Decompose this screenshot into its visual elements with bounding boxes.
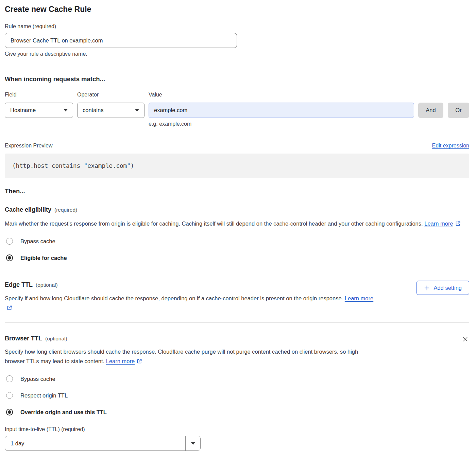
radio-option-bypass-cache-browser[interactable]: Bypass cache — [5, 375, 469, 383]
section-divider — [5, 322, 469, 323]
ttl-input-label: Input time-to-live (TTL) (required) — [5, 426, 469, 432]
edge-ttl-learn-more-link[interactable]: Learn more — [345, 295, 373, 301]
section-divider — [5, 63, 469, 63]
section-divider — [5, 269, 469, 269]
ttl-select-value: 1 day — [5, 436, 185, 450]
external-link-icon — [455, 219, 461, 229]
cache-eligibility-heading: Cache eligibility — [5, 206, 51, 213]
expression-code-block: (http.host contains "example.com") — [5, 154, 469, 178]
cache-eligibility-learn-more-link[interactable]: Learn more — [424, 220, 453, 227]
browser-ttl-heading: Browser TTL — [5, 335, 42, 342]
remove-browser-ttl-button[interactable] — [461, 335, 469, 343]
edit-expression-link[interactable]: Edit expression — [432, 143, 469, 149]
rule-name-helper: Give your rule a descriptive name. — [5, 51, 469, 57]
ttl-select[interactable]: 1 day — [5, 436, 201, 451]
browser-ttl-qualifier: (optional) — [45, 336, 67, 341]
match-heading: When incoming requests match... — [5, 75, 469, 83]
radio-selected-icon[interactable] — [6, 409, 13, 415]
rule-name-input[interactable] — [5, 33, 237, 48]
chevron-down-icon — [64, 109, 68, 111]
ttl-select-arrow-button[interactable] — [185, 436, 200, 450]
browser-ttl-learn-more-link[interactable]: Learn more — [106, 358, 135, 364]
browser-ttl-description-text: Specify how long client browsers should … — [5, 349, 358, 364]
radio-option-eligible-for-cache[interactable]: Eligible for cache — [5, 254, 469, 262]
plus-icon — [424, 285, 430, 291]
edge-ttl-description: Specify if and how long Cloudflare shoul… — [5, 294, 380, 313]
operator-select[interactable]: contains — [77, 103, 144, 118]
radio-option-label: Override origin and use this TTL — [20, 408, 107, 416]
chevron-down-icon — [191, 442, 195, 445]
add-setting-label: Add setting — [434, 285, 462, 291]
edge-ttl-heading: Edge TTL — [5, 281, 33, 288]
operator-select-value: contains — [83, 107, 103, 113]
field-select[interactable]: Hostname — [5, 103, 73, 118]
chevron-down-icon — [135, 109, 139, 111]
radio-option-bypass-cache[interactable]: Bypass cache — [5, 237, 469, 245]
rule-name-label: Rule name (required) — [5, 23, 469, 30]
radio-option-label: Eligible for cache — [20, 254, 67, 262]
cache-eligibility-section: Cache eligibility(required) Mark whether… — [5, 206, 469, 262]
operator-label: Operator — [77, 91, 144, 98]
radio-option-label: Bypass cache — [20, 375, 55, 383]
create-cache-rule-form: Create new Cache Rule Rule name (require… — [0, 0, 476, 457]
value-input[interactable] — [149, 103, 414, 118]
match-condition-row: Field Hostname Operator contains Value e… — [5, 91, 469, 127]
radio-selected-icon[interactable] — [6, 254, 13, 261]
expression-preview-label: Expression Preview — [5, 142, 53, 149]
edge-ttl-description-text: Specify if and how long Cloudflare shoul… — [5, 295, 345, 301]
edge-ttl-qualifier: (optional) — [36, 282, 58, 288]
value-label: Value — [149, 91, 414, 98]
radio-option-label: Respect origin TTL — [20, 392, 68, 399]
then-heading: Then... — [5, 188, 469, 195]
browser-ttl-section: Browser TTL(optional) Specify how long c… — [5, 335, 469, 451]
radio-option-respect-origin-ttl[interactable]: Respect origin TTL — [5, 392, 469, 399]
value-helper: e.g. example.com — [149, 121, 414, 127]
external-link-icon — [7, 304, 12, 313]
edge-ttl-section: Edge TTL(optional) Add setting Specify i… — [5, 281, 469, 313]
add-setting-button[interactable]: Add setting — [417, 281, 469, 295]
radio-option-override-origin-ttl[interactable]: Override origin and use this TTL — [5, 408, 469, 416]
and-button[interactable]: And — [418, 103, 443, 118]
browser-ttl-description: Specify how long client browsers should … — [5, 347, 376, 367]
cache-eligibility-qualifier: (required) — [54, 207, 77, 213]
cache-eligibility-description-text: Mark whether the request’s response from… — [5, 220, 424, 227]
radio-icon[interactable] — [6, 392, 13, 399]
radio-icon[interactable] — [6, 375, 13, 382]
radio-option-label: Bypass cache — [20, 237, 55, 245]
close-icon — [462, 336, 469, 342]
expression-header: Expression Preview Edit expression — [5, 142, 469, 149]
radio-icon[interactable] — [6, 238, 13, 245]
cache-eligibility-description: Mark whether the request’s response from… — [5, 219, 462, 229]
field-label: Field — [5, 91, 73, 98]
or-button[interactable]: Or — [448, 103, 469, 118]
page-title: Create new Cache Rule — [5, 4, 469, 14]
external-link-icon — [137, 357, 142, 367]
field-select-value: Hostname — [10, 107, 36, 113]
